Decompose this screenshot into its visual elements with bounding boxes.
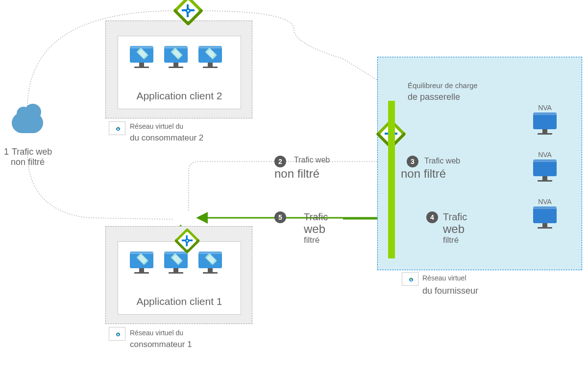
consumer1-vnet-line2: consommateur 1: [130, 340, 192, 349]
nva-1: NVA: [533, 104, 557, 136]
step2-label: Trafic web: [294, 156, 330, 164]
consumer2-lb-icon: [177, 0, 199, 22]
step1-line1: Trafic web: [12, 147, 52, 157]
consumer2-vnet-icon: ‹··›: [109, 121, 125, 135]
gateway-lb-line2: de passerelle: [408, 92, 460, 102]
step2-badge: 2: [274, 156, 286, 167]
step3-line1: Trafic web: [424, 157, 460, 165]
consumer2-vnet-line2: du consommateur 2: [130, 133, 203, 143]
consumer1-vnet-line1: Réseau virtuel du: [130, 329, 183, 337]
consumer1-app-label: Application client 1: [118, 296, 241, 307]
cloud-icon: [12, 113, 43, 133]
step1-line2: non filtré: [11, 157, 52, 167]
consumer2-vnet-line1: Réseau virtuel du: [130, 122, 183, 130]
step5-badge: 5: [274, 211, 286, 223]
step3-line2: non filtré: [401, 167, 446, 180]
provider-vnet-line1: Réseau virtuel: [422, 274, 466, 282]
provider-vnet-line2: du fournisseur: [422, 286, 478, 296]
consumer2-app-label: Application client 2: [118, 90, 241, 102]
gateway-lb-bar: [388, 101, 395, 258]
consumer2-vnet-box: Application client 2: [105, 21, 252, 118]
consumer2-app-box: Application client 2: [118, 36, 241, 109]
internet-cloud: [12, 113, 43, 133]
nva-2: NVA: [533, 151, 557, 183]
step3-badge: 3: [407, 156, 418, 167]
consumer1-app-box: Application client 1: [118, 241, 241, 315]
step5-label: Trafic web filtré: [304, 211, 328, 245]
consumer1-lb-icon: [178, 232, 196, 250]
provider-vnet-icon: ‹··›: [402, 272, 418, 286]
consumer1-vnet-icon: ‹··›: [109, 327, 125, 341]
step2-line2: non filtré: [274, 167, 319, 180]
step1-number: 1: [4, 147, 9, 157]
nva-3: NVA: [533, 198, 557, 230]
step1-label: 1 Trafic web non filtré: [4, 147, 52, 167]
step4-badge: 4: [426, 211, 438, 223]
gateway-lb-line1: Équilibreur de charge: [408, 81, 478, 90]
step4-label: Trafic web filtré: [443, 211, 467, 245]
